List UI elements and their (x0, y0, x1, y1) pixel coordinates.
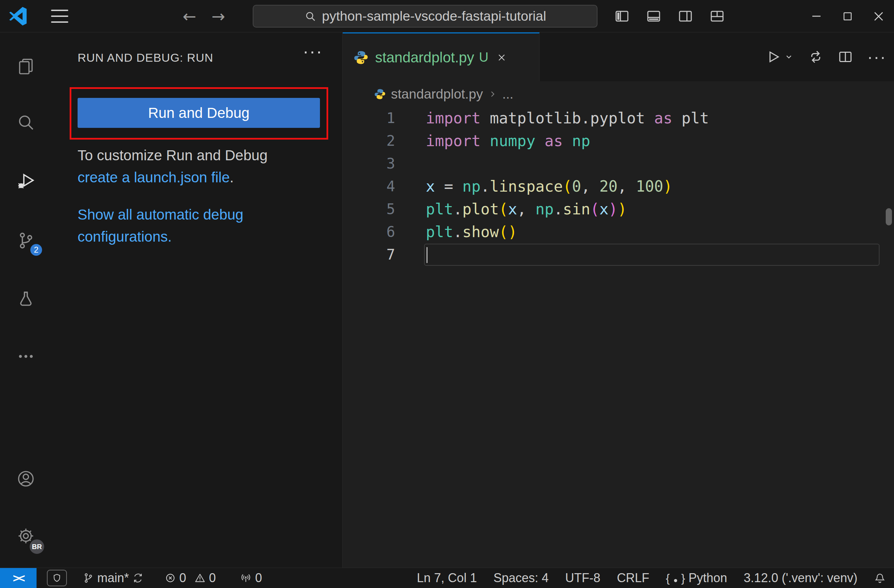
toggle-panel-icon[interactable] (645, 8, 662, 24)
show-all-configs-text: Show all automatic debug configurations. (78, 204, 291, 248)
warning-icon (195, 573, 205, 583)
split-editor-icon[interactable] (837, 49, 853, 65)
title-bar: ← → python-sample-vscode-fastapi-tutoria… (0, 0, 894, 32)
sidebar-run-and-debug: RUN AND DEBUG: RUN ··· Run and Debug To … (52, 32, 343, 568)
open-changes-icon[interactable] (808, 49, 824, 65)
notifications-bell-icon[interactable] (866, 568, 894, 588)
overview-ruler-marker (886, 208, 892, 225)
language-name: Python (689, 571, 727, 585)
tab-label: standardplot.py (375, 49, 474, 66)
run-dropdown-chevron-icon[interactable] (784, 52, 794, 62)
customize-prefix: To customize Run and Debug (78, 147, 267, 163)
forward-arrow-icon[interactable]: → (211, 7, 225, 26)
minimize-window-icon[interactable] (801, 0, 832, 32)
workspace-trust-shield-icon[interactable] (47, 570, 67, 586)
code-line-6[interactable]: 6plt.show() (343, 220, 894, 243)
code-text: plt.show() (395, 220, 517, 243)
line-col-indicator[interactable]: Ln 7, Col 1 (409, 568, 485, 588)
status-bar: >< main* 0 0 0 (0, 568, 894, 588)
code-text: x = np.linspace(0, 20, 100) (395, 175, 672, 198)
tab-bar: standardplot.py U (343, 32, 894, 81)
language-mode-indicator[interactable]: {} Python (657, 568, 735, 588)
status-bar-right: Ln 7, Col 1 Spaces: 4 UTF-8 CRLF {} Pyth… (409, 568, 894, 588)
remote-indicator[interactable]: >< (0, 568, 36, 588)
activity-bar-more-icon[interactable] (0, 337, 52, 376)
error-count: 0 (179, 571, 186, 585)
line-number: 5 (343, 198, 395, 220)
current-line-highlight (424, 244, 879, 266)
line-number: 1 (343, 107, 395, 130)
code-line-7[interactable]: 7 (343, 243, 894, 266)
sidebar-item-source-control[interactable]: 2 (0, 221, 52, 260)
vscode-logo-icon (8, 6, 27, 26)
eol-indicator[interactable]: CRLF (609, 568, 657, 588)
branch-name: main* (97, 571, 129, 585)
sidebar-item-testing[interactable] (0, 279, 52, 318)
breadcrumb: standardplot.py ... (343, 81, 894, 107)
customize-suffix: . (230, 169, 234, 185)
problems-item[interactable]: 0 0 (165, 571, 216, 585)
vscode-window: ← → python-sample-vscode-fastapi-tutoria… (0, 0, 894, 588)
editor-more-actions-icon[interactable]: ··· (867, 48, 886, 65)
code-line-3[interactable]: 3 (343, 152, 894, 175)
sidebar-item-search[interactable] (0, 103, 52, 142)
run-and-debug-button[interactable]: Run and Debug (78, 98, 320, 128)
code-line-5[interactable]: 5plt.plot(x, np.sin(x)) (343, 198, 894, 220)
code-editor[interactable]: 1import matplotlib.pyplot as plt2import … (343, 107, 894, 266)
search-text: python-sample-vscode-fastapi-tutorial (322, 9, 546, 24)
close-window-icon[interactable] (863, 0, 894, 32)
search-bar[interactable]: python-sample-vscode-fastapi-tutorial (253, 5, 598, 27)
create-launch-json-link[interactable]: create a launch.json file (78, 169, 230, 185)
chevron-right-icon (488, 89, 497, 99)
sidebar-item-run-and-debug[interactable] (0, 162, 52, 201)
maximize-window-icon[interactable] (832, 0, 863, 32)
language-status-dot (674, 579, 677, 582)
line-number: 2 (343, 130, 395, 152)
code-line-4[interactable]: 4x = np.linspace(0, 20, 100) (343, 175, 894, 198)
ports-item[interactable]: 0 (240, 571, 262, 585)
breadcrumb-file[interactable]: standardplot.py (391, 86, 483, 102)
braces-icon-close: } (681, 571, 685, 585)
radio-tower-icon (240, 572, 252, 584)
git-branch-icon (83, 573, 94, 583)
search-icon (304, 10, 317, 23)
accounts-icon[interactable] (0, 460, 52, 498)
code-text (395, 152, 426, 175)
code-line-2[interactable]: 2import numpy as np (343, 130, 894, 152)
breadcrumb-more[interactable]: ... (502, 86, 514, 102)
sidebar-title: RUN AND DEBUG: RUN (78, 51, 213, 65)
line-number: 7 (343, 243, 395, 266)
tab-standardplot[interactable]: standardplot.py U (343, 32, 539, 81)
editor-group: standardplot.py U (343, 32, 894, 568)
code-text: plt.plot(x, np.sin(x)) (395, 198, 627, 220)
python-interpreter-indicator[interactable]: 3.12.0 ('.venv': venv) (735, 568, 866, 588)
code-line-1[interactable]: 1import matplotlib.pyplot as plt (343, 107, 894, 130)
run-python-file-icon[interactable] (765, 49, 781, 65)
layout-controls (614, 0, 725, 32)
code-text (395, 243, 426, 266)
editor-actions: ··· (765, 32, 886, 81)
history-navigation: ← → (183, 0, 225, 32)
python-file-icon (374, 88, 386, 100)
profile-badge: BR (28, 538, 45, 555)
back-arrow-icon[interactable]: ← (183, 7, 196, 26)
toggle-secondary-sidebar-icon[interactable] (677, 8, 694, 24)
code-text: import numpy as np (395, 130, 590, 152)
git-branch-item[interactable]: main* (83, 571, 143, 585)
settings-gear-icon[interactable]: BR (0, 517, 52, 555)
view-more-actions-icon[interactable]: ··· (303, 42, 323, 60)
sidebar-item-explorer[interactable] (0, 47, 52, 86)
window-controls (801, 0, 894, 32)
line-number: 3 (343, 152, 395, 175)
close-tab-icon[interactable] (496, 52, 507, 63)
toggle-primary-sidebar-icon[interactable] (614, 8, 630, 24)
show-all-configs-link[interactable]: Show all automatic debug configurations. (78, 207, 243, 245)
indentation-indicator[interactable]: Spaces: 4 (485, 568, 557, 588)
encoding-indicator[interactable]: UTF-8 (557, 568, 609, 588)
ports-count: 0 (255, 571, 262, 585)
braces-icon: { (666, 571, 669, 585)
customize-layout-icon[interactable] (709, 8, 725, 24)
customize-text: To customize Run and Debug create a laun… (78, 145, 291, 188)
source-control-badge: 2 (29, 243, 44, 257)
menu-icon[interactable] (51, 10, 68, 23)
